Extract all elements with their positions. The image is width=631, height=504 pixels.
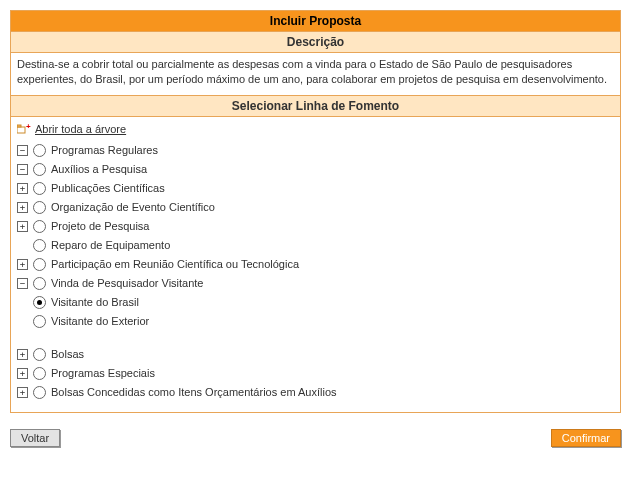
radio-programas-especiais[interactable]	[33, 367, 46, 380]
spacer	[17, 297, 28, 308]
collapse-icon[interactable]: −	[17, 145, 28, 156]
expand-icon[interactable]: +	[17, 368, 28, 379]
collapse-icon[interactable]: −	[17, 164, 28, 175]
tree-label: Bolsas	[51, 348, 84, 360]
back-button[interactable]: Voltar	[10, 429, 60, 447]
tree-node-auxilios-pesquisa: − Auxílios a Pesquisa	[17, 160, 614, 179]
expand-icon[interactable]: +	[17, 183, 28, 194]
tree-node-reparo-equipamento: Reparo de Equipamento	[17, 236, 614, 255]
svg-rect-1	[17, 125, 21, 127]
radio-auxilios-pesquisa[interactable]	[33, 163, 46, 176]
button-row: Voltar Confirmar	[10, 429, 621, 447]
radio-participacao-reuniao[interactable]	[33, 258, 46, 271]
spacer	[17, 240, 28, 251]
tree-node-visitante-brasil: Visitante do Brasil	[17, 293, 614, 312]
tree-node-publicacoes: + Publicações Científicas	[17, 179, 614, 198]
tree-label: Visitante do Exterior	[51, 315, 149, 327]
main-panel: Incluir Proposta Descrição Destina-se a …	[10, 10, 621, 413]
tree-label: Programas Especiais	[51, 367, 155, 379]
tree-body: + Abrir toda a árvore − Programas Regula…	[11, 117, 620, 412]
radio-visitante-exterior[interactable]	[33, 315, 46, 328]
tree-label: Reparo de Equipamento	[51, 239, 170, 251]
tree-label: Projeto de Pesquisa	[51, 220, 149, 232]
page-title: Incluir Proposta	[11, 11, 620, 31]
radio-reparo-equipamento[interactable]	[33, 239, 46, 252]
description-header: Descrição	[11, 31, 620, 53]
tree-node-bolsas: + Bolsas	[17, 345, 614, 364]
svg-text:+: +	[26, 123, 31, 131]
radio-publicacoes[interactable]	[33, 182, 46, 195]
expand-icon[interactable]: +	[17, 259, 28, 270]
tree-label: Programas Regulares	[51, 144, 158, 156]
expand-icon[interactable]: +	[17, 349, 28, 360]
tree-label: Vinda de Pesquisador Visitante	[51, 277, 203, 289]
radio-visitante-brasil[interactable]	[33, 296, 46, 309]
description-text: Destina-se a cobrir total ou parcialment…	[11, 53, 620, 95]
radio-vinda-pesquisador[interactable]	[33, 277, 46, 290]
confirm-button[interactable]: Confirmar	[551, 429, 621, 447]
expand-icon[interactable]: +	[17, 202, 28, 213]
tree-node-programas-especiais: + Programas Especiais	[17, 364, 614, 383]
tree-label: Organização de Evento Científico	[51, 201, 215, 213]
svg-rect-0	[17, 127, 25, 133]
open-all-link[interactable]: Abrir toda a árvore	[35, 123, 126, 135]
tree-header: Selecionar Linha de Fomento	[11, 95, 620, 117]
tree-node-visitante-exterior: Visitante do Exterior	[17, 312, 614, 331]
spacer	[17, 316, 28, 327]
collapse-icon[interactable]: −	[17, 278, 28, 289]
tree-label: Participação em Reunião Científica ou Te…	[51, 258, 299, 270]
tree-node-bolsas-concedidas: + Bolsas Concedidas como Itens Orçamentá…	[17, 383, 614, 402]
radio-bolsas[interactable]	[33, 348, 46, 361]
tree-node-participacao-reuniao: + Participação em Reunião Científica ou …	[17, 255, 614, 274]
tree-expand-all-icon: +	[17, 123, 31, 135]
tree-label: Auxílios a Pesquisa	[51, 163, 147, 175]
tree-node-programas-regulares: − Programas Regulares	[17, 141, 614, 160]
tree-label: Visitante do Brasil	[51, 296, 139, 308]
tree-label: Bolsas Concedidas como Itens Orçamentári…	[51, 386, 337, 398]
radio-programas-regulares[interactable]	[33, 144, 46, 157]
tree-label: Publicações Científicas	[51, 182, 165, 194]
radio-bolsas-concedidas[interactable]	[33, 386, 46, 399]
radio-projeto-pesquisa[interactable]	[33, 220, 46, 233]
tree-node-organizacao-evento: + Organização de Evento Científico	[17, 198, 614, 217]
expand-icon[interactable]: +	[17, 387, 28, 398]
tree-node-projeto-pesquisa: + Projeto de Pesquisa	[17, 217, 614, 236]
expand-icon[interactable]: +	[17, 221, 28, 232]
radio-organizacao-evento[interactable]	[33, 201, 46, 214]
tree-node-vinda-pesquisador: − Vinda de Pesquisador Visitante	[17, 274, 614, 293]
